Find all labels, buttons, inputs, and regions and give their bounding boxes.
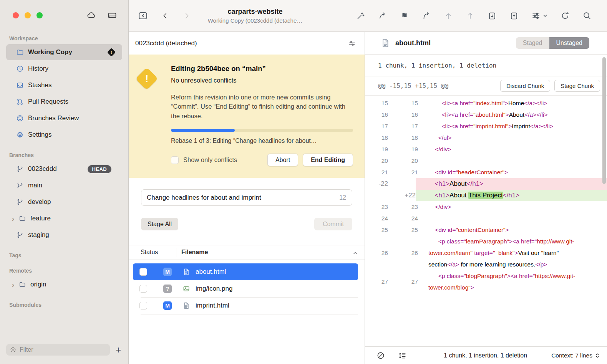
sidebar-item-branch-develop[interactable]: develop <box>6 194 122 210</box>
diff-line[interactable]: 2020 <box>365 155 607 167</box>
view-options-icon[interactable] <box>531 11 548 20</box>
file-row-img-icon-png[interactable]: ? img/icon.png <box>133 280 358 297</box>
share-icon[interactable] <box>378 11 387 20</box>
push-icon[interactable] <box>466 11 475 20</box>
stage-checkbox[interactable] <box>139 268 147 276</box>
sidebar-item-branch-main[interactable]: main <box>6 177 122 194</box>
refresh-icon[interactable] <box>561 11 570 20</box>
clock-icon <box>15 65 25 73</box>
stash-apply-icon[interactable] <box>509 11 519 20</box>
folder-icon <box>15 48 25 56</box>
old-line-number: 21 <box>365 167 388 178</box>
sidebar-item-history[interactable]: History <box>6 61 122 77</box>
commit-message-input[interactable] <box>141 189 352 206</box>
diff-code-view: 1515 <li><a href="index.html">Home</a></… <box>365 96 607 346</box>
diff-line[interactable]: 1515 <li><a href="index.html">Home</a></… <box>365 98 607 109</box>
stage-checkbox[interactable] <box>139 285 147 293</box>
diff-line[interactable]: +22 <h1>About This Project</h1> <box>365 190 607 201</box>
rebase-banner: ! Editing 2b504bee on “main” No unresolv… <box>129 55 365 178</box>
filter-field[interactable] <box>6 344 110 356</box>
new-line-number: 27 <box>390 276 418 288</box>
old-line-number: 19 <box>365 144 388 155</box>
sidebar-item-pull-requests[interactable]: Pull Requests <box>6 94 122 110</box>
sidebar-item-remote-origin[interactable]: › origin <box>6 276 122 293</box>
forward-icon[interactable] <box>182 12 191 20</box>
progress-fill <box>171 129 235 132</box>
file-icon <box>182 302 190 309</box>
show-only-conflicts-checkbox[interactable] <box>171 156 179 164</box>
ignore-whitespace-icon[interactable] <box>376 351 385 360</box>
file-name: about.html <box>196 268 226 276</box>
chevron-right-icon[interactable]: › <box>12 281 18 288</box>
diff-line[interactable]: 2727 <p class="blogParagraph"><a href="h… <box>365 270 607 293</box>
add-button[interactable]: + <box>114 345 123 355</box>
context-stepper[interactable] <box>595 353 600 358</box>
unstaged-tab[interactable]: Unstaged <box>549 37 590 49</box>
cloud-sync-icon[interactable] <box>87 11 96 20</box>
diff-panel: about.html Staged Unstaged 1 chunk, 1 in… <box>365 32 607 364</box>
chevron-right-icon[interactable]: › <box>12 215 18 222</box>
submodules-section-header: Submodules <box>9 302 128 308</box>
line-spacing-icon[interactable] <box>398 351 406 360</box>
footer-summary: 1 chunk, 1 insertion, 1 deletion <box>420 352 551 359</box>
file-row-imprint-html[interactable]: M imprint.html <box>133 297 358 314</box>
stage-checkbox[interactable] <box>139 302 147 309</box>
filename-column-header[interactable]: Filename <box>181 249 208 256</box>
show-only-conflicts-label: Show only conflicts <box>183 156 237 164</box>
sidebar-nav: Workspace Working Copy ! History Stashes… <box>0 31 128 342</box>
pull-request-icon <box>15 98 25 106</box>
traffic-light-close[interactable] <box>13 12 19 18</box>
remaining-count: 12 <box>339 194 346 201</box>
pull-icon[interactable] <box>444 11 453 20</box>
sidebar-item-branch-folder-feature[interactable]: › feature <box>6 210 122 227</box>
search-icon[interactable] <box>582 11 592 20</box>
file-row-about-html[interactable]: M about.html <box>133 263 358 280</box>
traffic-light-zoom[interactable] <box>36 12 43 18</box>
abort-button[interactable]: Abort <box>267 154 298 166</box>
code-line: <h1>About</h1> <box>416 178 607 190</box>
flag-icon[interactable] <box>400 11 409 20</box>
staged-tab[interactable]: Staged <box>516 37 549 49</box>
code-line: <div id="headerContainer"> <box>420 167 607 178</box>
discard-chunk-button[interactable]: Discard Chunk <box>500 80 550 92</box>
list-view-options-icon[interactable] <box>348 39 356 48</box>
sidebar-item-stashes[interactable]: Stashes <box>6 77 122 93</box>
end-editing-button[interactable]: End Editing <box>303 154 353 166</box>
diff-line[interactable]: 2323 </div> <box>365 201 607 213</box>
stash-save-icon[interactable] <box>488 11 497 20</box>
collapse-icon[interactable] <box>352 250 358 256</box>
traffic-light-minimize[interactable] <box>25 12 31 18</box>
sidebar-item-working-copy[interactable]: Working Copy ! <box>6 44 122 60</box>
code-line: <p class="learnParagraph"><a href="http:… <box>420 236 607 270</box>
stage-chunk-button[interactable]: Stage Chunk <box>554 80 600 92</box>
file-icon <box>182 268 190 276</box>
old-line-number: 27 <box>365 276 388 288</box>
image-file-icon <box>182 285 190 293</box>
stage-all-button[interactable]: Stage All <box>141 218 178 230</box>
diff-line[interactable]: 2121 <div id="headerContainer"> <box>365 167 607 178</box>
vertical-scrollbar[interactable] <box>602 57 606 184</box>
sidebar-item-branches-review[interactable]: Branches Review <box>6 110 122 126</box>
repository-nav-icon[interactable] <box>138 11 148 21</box>
uncommitted-changes-badge: ! <box>107 48 116 57</box>
code-line: <li><a href="imprint.html">Imprint</a></… <box>420 121 607 132</box>
diff-line[interactable]: 1616 <li><a href="about.html">About</a><… <box>365 109 607 121</box>
diff-line[interactable]: 1919 </div> <box>365 144 607 155</box>
merge-arrow-icon[interactable] <box>422 11 431 20</box>
back-icon[interactable] <box>161 12 169 20</box>
commit-button[interactable]: Commit <box>314 218 352 230</box>
diff-line[interactable]: -22 <h1>About</h1> <box>365 178 607 190</box>
diff-line[interactable]: 2626 <p class="learnParagraph"><a href="… <box>365 236 607 270</box>
diff-line[interactable]: 1818 </ul> <box>365 132 607 144</box>
diff-line[interactable]: 1717 <li><a href="imprint.html">Imprint<… <box>365 121 607 132</box>
sidebar-item-settings[interactable]: Settings <box>6 127 122 143</box>
diff-line[interactable]: 2424 <box>365 213 607 224</box>
sidebar-item-branch-staging[interactable]: staging <box>6 227 122 243</box>
magic-wand-icon[interactable] <box>356 11 365 20</box>
sidebar-item-branch-0023cddd[interactable]: 0023cddd HEAD <box>6 161 122 177</box>
filter-input[interactable] <box>19 346 106 354</box>
diff-line[interactable]: 2525 <div id="contentContainer"> <box>365 224 607 236</box>
services-icon[interactable] <box>108 11 117 20</box>
folder-icon <box>18 281 27 288</box>
app-window: Workspace Working Copy ! History Stashes… <box>0 0 607 364</box>
